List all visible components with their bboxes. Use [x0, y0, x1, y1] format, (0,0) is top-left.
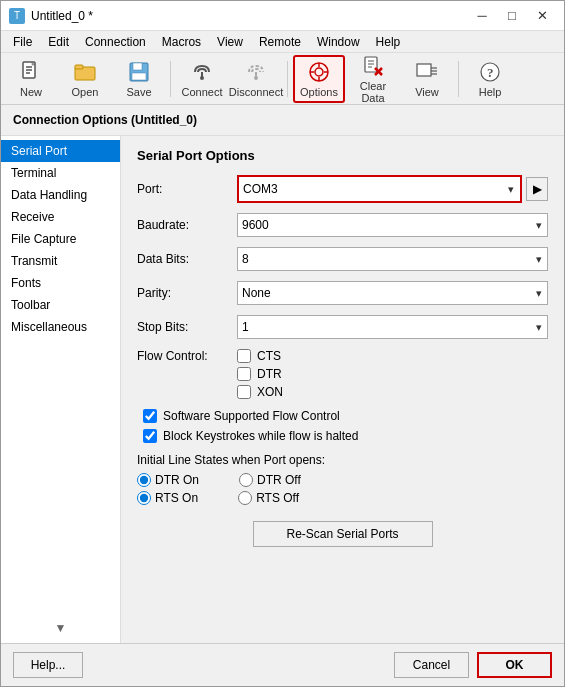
flow-control-label: Flow Control: [137, 349, 237, 363]
stopbits-row: Stop Bits: 1 [137, 315, 548, 339]
port-select[interactable]: COM3 [239, 177, 520, 201]
clear-data-icon [361, 54, 385, 78]
title-bar: T Untitled_0 * ─ □ ✕ [1, 1, 564, 31]
svg-point-15 [315, 68, 323, 76]
rts-on-label: RTS On [155, 491, 198, 505]
flow-control-checkboxes: CTS DTR XON [237, 349, 283, 403]
dialog-footer: Help... Cancel OK [1, 643, 564, 686]
rts-radio-row: RTS On RTS Off [137, 491, 548, 505]
nav-miscellaneous[interactable]: Miscellaneous [1, 316, 120, 338]
toolbar-clear-data-button[interactable]: Clear Data [347, 55, 399, 103]
initial-line-label: Initial Line States when Port opens: [137, 453, 548, 467]
software-flow-checkbox[interactable] [143, 409, 157, 423]
cts-checkbox[interactable] [237, 349, 251, 363]
flow-control-row: Flow Control: CTS DTR XON [137, 349, 548, 403]
cancel-button[interactable]: Cancel [394, 652, 469, 678]
minimize-button[interactable]: ─ [468, 5, 496, 27]
cts-item: CTS [237, 349, 283, 363]
block-keystrokes-item: Block Keystrokes while flow is halted [143, 429, 548, 443]
port-arrow-button[interactable]: ▶ [526, 177, 548, 201]
svg-rect-8 [133, 63, 142, 70]
new-icon [19, 60, 43, 84]
nav-data-handling[interactable]: Data Handling [1, 184, 120, 206]
ok-button[interactable]: OK [477, 652, 552, 678]
toolbar-save-button[interactable]: Save [113, 55, 165, 103]
toolbar-open-button[interactable]: Open [59, 55, 111, 103]
nav-file-capture[interactable]: File Capture [1, 228, 120, 250]
menu-bar: File Edit Connection Macros View Remote … [1, 31, 564, 53]
menu-edit[interactable]: Edit [40, 31, 77, 52]
rts-on-radio[interactable] [137, 491, 151, 505]
parity-select[interactable]: None [237, 281, 548, 305]
dtr-off-radio[interactable] [239, 473, 253, 487]
toolbar-options-button[interactable]: Options [293, 55, 345, 103]
dtr-on-radio[interactable] [137, 473, 151, 487]
baudrate-select[interactable]: 9600 [237, 213, 548, 237]
toolbar-disconnect-button[interactable]: Disconnect [230, 55, 282, 103]
software-flow-label: Software Supported Flow Control [163, 409, 340, 423]
dtr-item: DTR [237, 367, 283, 381]
svg-rect-6 [75, 65, 83, 69]
toolbar-new-button[interactable]: New [5, 55, 57, 103]
rescan-button[interactable]: Re-Scan Serial Ports [253, 521, 433, 547]
dialog-content: Serial Port Terminal Data Handling Recei… [1, 136, 564, 643]
port-control-wrap: COM3 ▶ [237, 175, 548, 203]
close-button[interactable]: ✕ [528, 5, 556, 27]
rts-on-item: RTS On [137, 491, 198, 505]
section-title: Serial Port Options [137, 148, 548, 163]
menu-window[interactable]: Window [309, 31, 368, 52]
toolbar-help-button[interactable]: ? Help [464, 55, 516, 103]
nav-toolbar[interactable]: Toolbar [1, 294, 120, 316]
svg-rect-26 [417, 64, 431, 76]
xon-checkbox[interactable] [237, 385, 251, 399]
dtr-off-label: DTR Off [257, 473, 301, 487]
menu-remote[interactable]: Remote [251, 31, 309, 52]
xon-label: XON [257, 385, 283, 399]
toolbar-separator-2 [287, 61, 288, 97]
toolbar-separator-1 [170, 61, 171, 97]
stopbits-select[interactable]: 1 [237, 315, 548, 339]
menu-help[interactable]: Help [368, 31, 409, 52]
app-icon: T [9, 8, 25, 24]
toolbar-view-button[interactable]: View [401, 55, 453, 103]
databits-select[interactable]: 8 [237, 247, 548, 271]
dtr-checkbox[interactable] [237, 367, 251, 381]
connect-icon [190, 60, 214, 84]
nav-terminal[interactable]: Terminal [1, 162, 120, 184]
open-icon [73, 60, 97, 84]
databits-row: Data Bits: 8 [137, 247, 548, 271]
main-window: T Untitled_0 * ─ □ ✕ File Edit Connectio… [0, 0, 565, 687]
databits-select-wrapper: 8 [237, 247, 548, 271]
dialog-title: Connection Options (Untitled_0) [1, 105, 564, 136]
baudrate-select-wrapper: 9600 [237, 213, 548, 237]
maximize-button[interactable]: □ [498, 5, 526, 27]
dtr-on-item: DTR On [137, 473, 199, 487]
toolbar-separator-3 [458, 61, 459, 97]
baudrate-row: Baudrate: 9600 [137, 213, 548, 237]
rts-off-item: RTS Off [238, 491, 299, 505]
footer-right: Cancel OK [394, 652, 552, 678]
nav-fonts[interactable]: Fonts [1, 272, 120, 294]
software-flow-item: Software Supported Flow Control [143, 409, 548, 423]
nav-serial-port[interactable]: Serial Port [1, 140, 120, 162]
window-title: Untitled_0 * [31, 9, 468, 23]
menu-connection[interactable]: Connection [77, 31, 154, 52]
svg-point-13 [254, 76, 258, 80]
toolbar-connect-button[interactable]: Connect [176, 55, 228, 103]
menu-file[interactable]: File [5, 31, 40, 52]
parity-select-wrapper: None [237, 281, 548, 305]
block-keystrokes-checkbox[interactable] [143, 429, 157, 443]
menu-view[interactable]: View [209, 31, 251, 52]
help-button[interactable]: Help... [13, 652, 83, 678]
window-controls: ─ □ ✕ [468, 5, 556, 27]
nav-transmit[interactable]: Transmit [1, 250, 120, 272]
nav-scroll-indicator: ▼ [1, 617, 120, 639]
block-keystrokes-label: Block Keystrokes while flow is halted [163, 429, 358, 443]
toolbar: New Open Save [1, 53, 564, 105]
menu-macros[interactable]: Macros [154, 31, 209, 52]
rts-off-radio[interactable] [238, 491, 252, 505]
left-nav: Serial Port Terminal Data Handling Recei… [1, 136, 121, 643]
initial-line-states: Initial Line States when Port opens: DTR… [137, 453, 548, 505]
svg-rect-9 [132, 73, 146, 80]
nav-receive[interactable]: Receive [1, 206, 120, 228]
